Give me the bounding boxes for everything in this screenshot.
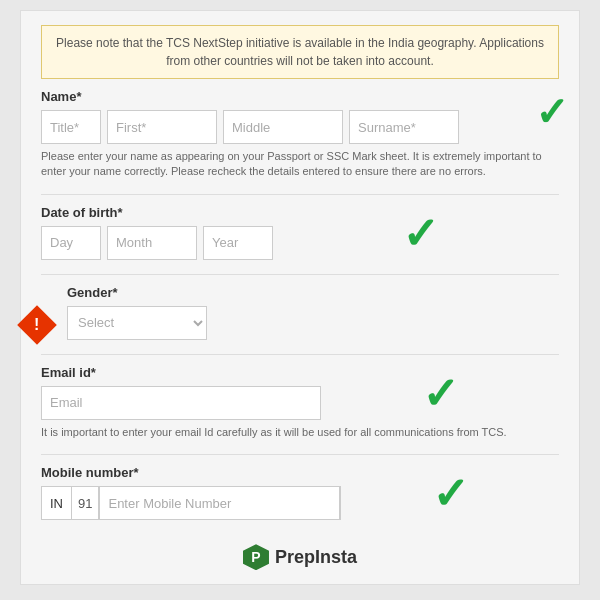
month-input[interactable] [107,226,197,260]
mobile-input-row: IN 91 ✓ [41,486,559,520]
email-section: Email id* ✓ It is important to enter you… [21,365,579,440]
first-name-input[interactable] [107,110,217,144]
year-input[interactable] [203,226,273,260]
brand-name: PrepInsta [275,547,357,568]
logo-hexagon-icon: P [243,544,269,570]
name-label: Name* [41,89,559,104]
gender-input-wrapper: Select Male Female Other [67,306,559,340]
prepinsta-logo: P PrepInsta [243,544,357,570]
gender-select[interactable]: Select Male Female Other [67,306,207,340]
gender-section: ! Gender* Select Male Female Other [21,285,579,340]
email-input-row: ✓ [41,386,559,420]
day-input[interactable] [41,226,101,260]
email-label: Email id* [41,365,559,380]
dob-section: Date of birth* ✓ [21,205,579,260]
name-section: Name* ✓ Please enter your name as appear… [21,89,579,180]
middle-name-input[interactable] [223,110,343,144]
name-hint: Please enter your name as appearing on y… [41,149,559,180]
name-inputs-row: ✓ [41,110,559,144]
title-input[interactable] [41,110,101,144]
footer: P PrepInsta [21,534,579,574]
surname-input[interactable] [349,110,459,144]
mobile-label: Mobile number* [41,465,559,480]
warning-exclamation: ! [34,316,39,334]
mobile-combined-input: IN 91 [41,486,341,520]
form-page: Please note that the TCS NextStep initia… [20,10,580,585]
gender-label: Gender* [67,285,559,300]
mobile-dial-code: 91 [72,487,99,519]
notice-text: Please note that the TCS NextStep initia… [56,36,544,68]
mobile-section: Mobile number* IN 91 ✓ [21,465,579,520]
notice-bar: Please note that the TCS NextStep initia… [41,25,559,79]
mobile-number-input[interactable] [99,486,340,520]
mobile-country-code: IN [42,487,72,519]
warning-icon: ! [23,311,51,339]
dob-label: Date of birth* [41,205,559,220]
email-hint: It is important to enter your email Id c… [41,425,559,440]
email-input[interactable] [41,386,321,420]
dob-inputs-row: ✓ [41,226,559,260]
